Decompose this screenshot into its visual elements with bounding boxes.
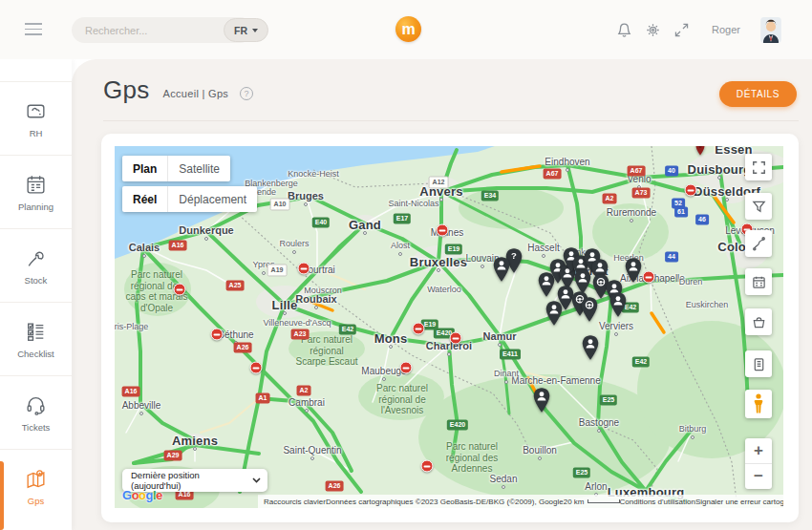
city-label: Béthune: [218, 329, 253, 340]
zoom-out-button[interactable]: −: [745, 464, 772, 489]
pegman-icon: [752, 393, 765, 414]
city-label: Namur: [483, 330, 517, 342]
city-label: Dinant: [494, 369, 519, 378]
road-badge: A67: [628, 165, 646, 176]
map-attribution: Raccourcis clavier Données cartographiqu…: [258, 495, 783, 508]
road-closure-icon: [400, 362, 413, 374]
sidebar-item-tickets[interactable]: Tickets: [0, 375, 72, 449]
city-dot: [447, 352, 451, 356]
city-dot: [305, 409, 309, 413]
zoom-in-button[interactable]: +: [745, 438, 772, 464]
city-label: Saint-Quentin: [283, 445, 341, 456]
road-badge: 61: [674, 206, 688, 217]
road-badge: A2: [297, 385, 311, 395]
map-scale: 20 km: [564, 498, 620, 506]
help-icon[interactable]: ?: [240, 87, 253, 100]
road-badge: E34: [481, 190, 499, 201]
road-badge: E17: [394, 213, 411, 223]
city-dot: [614, 332, 618, 336]
city-dot: [566, 168, 569, 172]
city-label: Amiens: [172, 434, 218, 448]
calendar-button[interactable]: [745, 268, 772, 295]
road-closure-icon: [421, 460, 434, 473]
top-header: FR m Roger: [0, 0, 812, 59]
red-pin-marker[interactable]: [695, 146, 705, 160]
sidebar-item-stock[interactable]: Stock: [0, 228, 72, 302]
person-pin-marker[interactable]: [609, 291, 628, 321]
sidebar-item-gps[interactable]: Gps: [0, 449, 72, 522]
city-dot: [691, 435, 694, 439]
city-label: Mons: [374, 331, 408, 346]
sidebar-item-label: Gps: [28, 496, 44, 506]
map-type-plan[interactable]: Plan: [122, 156, 167, 181]
city-label: Paris-Plage: [115, 322, 148, 331]
map-canvas[interactable]: AnversBruxellesGandLilleAmiensMonsLuxemb…: [115, 146, 783, 508]
report-button[interactable]: [745, 350, 772, 377]
city-label: Abbeville: [122, 400, 161, 411]
road-badge: A23: [291, 329, 310, 339]
basket-button[interactable]: [745, 308, 772, 335]
menu-toggle-icon[interactable]: [25, 23, 42, 36]
city-label: Sedan: [490, 474, 518, 484]
road-badge: A25: [226, 280, 245, 290]
road-closure-icon: [211, 329, 224, 341]
person-pin-marker[interactable]: [625, 257, 643, 286]
report-error-link[interactable]: Signaler une erreur cartographique: [695, 498, 783, 506]
road-badge: A2: [603, 193, 617, 203]
person-pin-marker[interactable]: [533, 387, 551, 416]
person-pin-marker[interactable]: [545, 300, 564, 329]
checklist-icon: [24, 320, 48, 344]
road-badge: A26: [234, 342, 252, 352]
keyboard-shortcuts-link[interactable]: Raccourcis clavier: [264, 498, 326, 506]
content-area: Gps Accueil | Gps ? DÉTAILS: [72, 59, 812, 530]
wheel-pin-marker[interactable]: [581, 296, 599, 326]
google-logo[interactable]: Google: [122, 488, 162, 502]
road-badge: E42: [632, 356, 650, 367]
breadcrumb[interactable]: Accueil | Gps: [163, 88, 229, 99]
pegman-control[interactable]: [745, 390, 772, 418]
map-mode-deplacement[interactable]: Déplacement: [167, 186, 257, 212]
city-dot: [437, 268, 440, 272]
city-dot: [481, 265, 484, 268]
chevron-down-icon: [252, 29, 258, 32]
person-pin-marker[interactable]: [582, 334, 600, 364]
sidebar-item-rh[interactable]: RH: [0, 81, 72, 155]
city-dot: [304, 202, 308, 206]
fullscreen-icon[interactable]: [673, 22, 690, 38]
map-type-satellite[interactable]: Satellite: [167, 156, 230, 181]
city-dot: [398, 252, 402, 256]
calendar-icon: [24, 173, 48, 197]
zoom-control: + −: [745, 438, 772, 489]
route-button[interactable]: [745, 230, 772, 257]
language-selector[interactable]: FR: [224, 18, 268, 42]
filter-button[interactable]: [745, 193, 772, 220]
gear-icon[interactable]: [645, 22, 661, 38]
road-badge: E411: [500, 349, 521, 359]
map-fullscreen-button[interactable]: [745, 154, 772, 180]
city-dot: [725, 198, 729, 201]
city-label: Duisbourg: [688, 162, 752, 177]
avatar[interactable]: [760, 17, 781, 43]
sidebar-item-label: Tickets: [22, 422, 51, 433]
details-button[interactable]: DÉTAILS: [719, 81, 797, 107]
city-dot: [542, 254, 545, 258]
city-dot: [717, 176, 721, 180]
map-mode-reel[interactable]: Réel: [122, 186, 167, 212]
road-closure-icon: [298, 263, 310, 275]
app-logo[interactable]: m: [395, 16, 421, 42]
bell-icon[interactable]: [616, 22, 632, 38]
calendar-icon: [752, 275, 766, 289]
sidebar-item-label: Checklist: [17, 349, 54, 359]
city-label: Bouillon: [523, 445, 557, 456]
sidebar-item-planning[interactable]: Planning: [0, 155, 72, 228]
person-pin-marker[interactable]: [493, 256, 511, 286]
road-badge: 46: [695, 214, 709, 224]
search-input[interactable]: [85, 25, 229, 36]
drive-icon: [24, 99, 48, 123]
road-badge: E25: [573, 467, 590, 477]
logo-letter: m: [401, 21, 415, 38]
sidebar-item-checklist[interactable]: Checklist: [0, 302, 72, 375]
terms-link[interactable]: Conditions d'utilisation: [620, 498, 695, 506]
basket-icon: [752, 315, 766, 329]
city-label: Düren: [679, 277, 703, 286]
